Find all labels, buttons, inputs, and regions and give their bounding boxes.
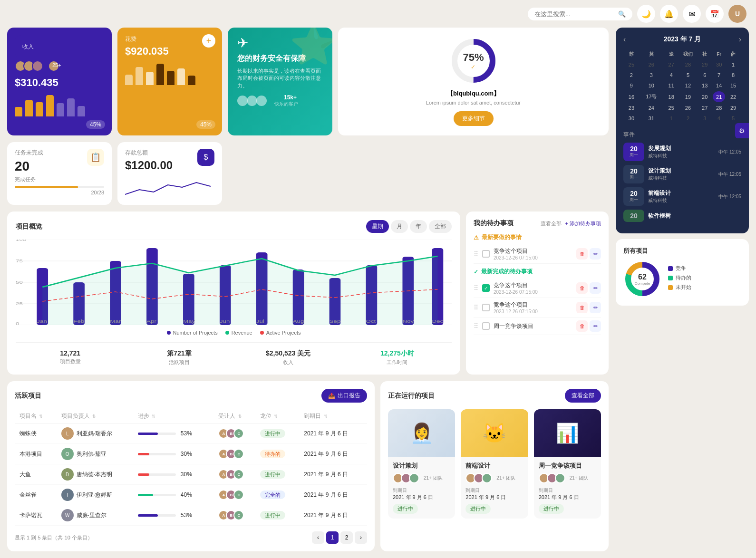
cal-day-today[interactable]: 21 [713, 91, 725, 102]
view-all-running-button[interactable]: 查看全部 [565, 389, 601, 403]
cal-day[interactable]: 28 [679, 60, 697, 69]
cal-day[interactable]: 2 [624, 70, 639, 80]
cal-day[interactable]: 31 [640, 114, 663, 123]
cal-day[interactable]: 25 [664, 103, 678, 113]
cal-day[interactable]: 26 [640, 60, 663, 69]
cal-day[interactable]: 6 [698, 70, 712, 80]
cal-day[interactable]: 30 [713, 60, 725, 69]
sort-icon-name[interactable]: ⇅ [39, 414, 43, 419]
cal-day[interactable]: 30 [624, 114, 639, 123]
drag-handle-2[interactable]: ⠿ [474, 284, 478, 292]
content-area: 收入 25+ $310.435 45% [7, 28, 609, 551]
cal-day[interactable]: 11 [664, 81, 678, 90]
tab-year[interactable]: 年 [410, 220, 427, 233]
sort-icon-status[interactable]: ⇅ [274, 414, 278, 419]
cal-day[interactable]: 8 [726, 70, 740, 80]
tab-week[interactable]: 星期 [366, 220, 389, 233]
cal-day[interactable]: 10 [640, 81, 663, 90]
cal-day[interactable]: 29 [698, 60, 712, 69]
notification-button[interactable]: 🔔 [660, 5, 678, 23]
cal-day[interactable]: 13 [698, 81, 712, 90]
cal-day[interactable]: 17号 [640, 91, 663, 102]
delete-todo-3[interactable]: 🗑 [576, 302, 588, 313]
proj-status-1: 进行中 [393, 504, 418, 514]
col-assignee: 受让人 ⇅ [213, 409, 255, 423]
edit-todo-1[interactable]: ✏ [590, 248, 601, 260]
drag-handle-3[interactable]: ⠿ [474, 304, 478, 311]
more-detail-button[interactable]: 更多细节 [454, 111, 494, 126]
edit-todo-2[interactable]: ✏ [590, 282, 601, 294]
search-box[interactable]: 🔍 [528, 8, 632, 20]
cal-day[interactable]: 23 [624, 103, 639, 113]
cal-day[interactable]: 3 [698, 114, 712, 123]
cal-day[interactable]: 9 [624, 81, 639, 90]
cal-day[interactable]: 14 [713, 81, 725, 90]
calendar-settings-button[interactable]: ⚙ [735, 123, 749, 138]
event-company-3: 威特科技 [648, 197, 715, 204]
delete-todo-4[interactable]: 🗑 [576, 320, 588, 332]
cal-prev-button[interactable]: ‹ [623, 35, 626, 44]
todo-checkbox-1[interactable] [482, 250, 490, 258]
sort-icon-due[interactable]: ⇅ [324, 414, 328, 419]
cal-week-3: 9 10 11 12 13 14 15 [624, 81, 740, 90]
edit-todo-3[interactable]: ✏ [590, 302, 601, 313]
drag-handle-4[interactable]: ⠿ [474, 322, 478, 330]
cal-day[interactable]: 22 [726, 91, 740, 102]
export-button[interactable]: 📤 出口报告 [321, 389, 367, 403]
cal-day[interactable]: 1 [664, 114, 678, 123]
cal-day[interactable]: 28 [713, 103, 725, 113]
cal-day[interactable]: 5 [726, 114, 740, 123]
progress-fill [138, 473, 149, 476]
cal-day[interactable]: 29 [726, 103, 740, 113]
page-2-button[interactable]: 2 [340, 531, 353, 544]
revenue-avatars: 25+ [15, 60, 104, 72]
cal-day[interactable]: 4 [664, 70, 678, 80]
edit-todo-4[interactable]: ✏ [590, 320, 601, 332]
drag-handle-1[interactable]: ⠿ [474, 250, 478, 258]
cal-next-button[interactable]: › [739, 35, 741, 44]
moon-button[interactable]: 🌙 [637, 5, 655, 23]
add-todo-button[interactable]: + 添加待办事项 [565, 220, 601, 227]
cal-day[interactable]: 19 [679, 91, 697, 102]
cal-day[interactable]: 7 [713, 70, 725, 80]
cal-day[interactable]: 27 [698, 103, 712, 113]
user-avatar[interactable]: U [728, 5, 746, 23]
todo-checkbox-4[interactable] [482, 322, 490, 330]
cal-day[interactable]: 25 [624, 60, 639, 69]
delete-todo-2[interactable]: 🗑 [576, 282, 588, 294]
delete-todo-1[interactable]: 🗑 [576, 248, 588, 260]
tab-all[interactable]: 全部 [429, 220, 452, 233]
event-num-4: 20 [627, 212, 640, 219]
tab-month[interactable]: 月 [391, 220, 408, 233]
cell-status: 进行中 [255, 505, 299, 526]
search-input[interactable] [534, 10, 614, 18]
cal-day[interactable]: 16 [624, 91, 639, 102]
next-page-button[interactable]: › [355, 531, 367, 544]
todo-checkbox-2[interactable]: ✓ [482, 284, 490, 292]
calendar-button[interactable]: 📅 [706, 5, 724, 23]
mail-button[interactable]: ✉ [683, 5, 701, 23]
todo-checkbox-3[interactable] [482, 304, 490, 311]
expense-pct: 45% [196, 120, 215, 129]
cal-day[interactable]: 15 [726, 81, 740, 90]
cal-day[interactable]: 1 [726, 60, 740, 69]
cal-day[interactable]: 2 [679, 114, 697, 123]
sort-icon-assignee[interactable]: ⇅ [238, 414, 242, 419]
cal-day[interactable]: 5 [679, 70, 697, 80]
page-1-button[interactable]: 1 [326, 531, 339, 544]
top-cards-row: 收入 25+ $310.435 45% [7, 28, 609, 135]
cal-week-2: 2 3 4 5 6 7 8 [624, 70, 740, 80]
cal-day[interactable]: 27 [664, 60, 678, 69]
cal-day[interactable]: 20 [698, 91, 712, 102]
cal-day[interactable]: 18 [664, 91, 678, 102]
view-all-todo[interactable]: 查看全部 [541, 220, 562, 227]
cal-day[interactable]: 24 [640, 103, 663, 113]
cal-day[interactable]: 4 [713, 114, 725, 123]
sort-icon-progress[interactable]: ⇅ [152, 414, 155, 419]
cal-day[interactable]: 3 [640, 70, 663, 80]
cal-day[interactable]: 12 [679, 81, 697, 90]
prev-page-button[interactable]: ‹ [312, 531, 324, 544]
revenue-amount: $310.435 [15, 77, 104, 89]
cal-day[interactable]: 26 [679, 103, 697, 113]
sort-icon-owner[interactable]: ⇅ [92, 414, 96, 419]
